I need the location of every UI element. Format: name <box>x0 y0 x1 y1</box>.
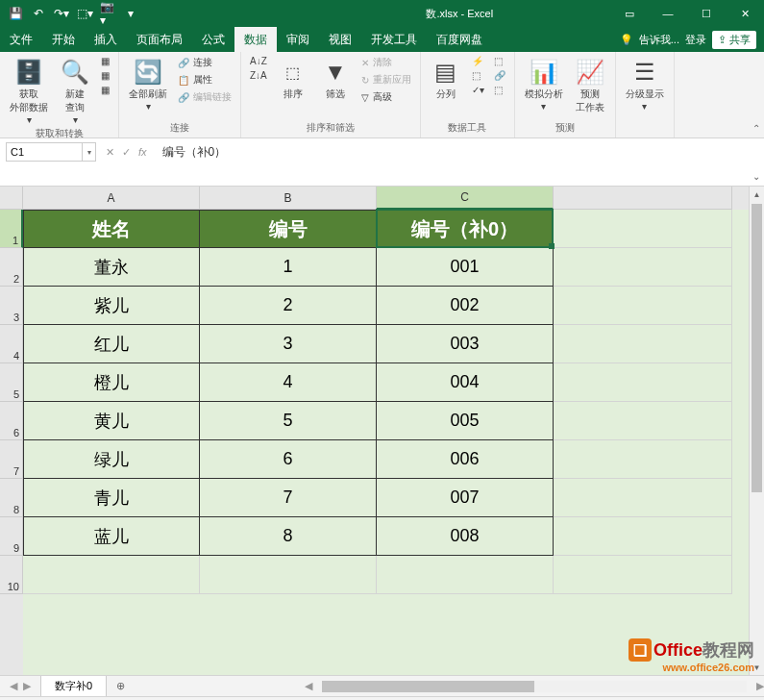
text-to-columns-button[interactable]: ▤ 分列 <box>427 55 465 103</box>
column-header-b[interactable]: B <box>200 187 377 210</box>
vscroll-thumb[interactable] <box>752 204 762 492</box>
empty-cell[interactable] <box>554 325 732 363</box>
data-cell[interactable]: 008 <box>377 517 554 556</box>
data-cell[interactable]: 8 <box>200 517 377 556</box>
clear-filter-button[interactable]: ✕清除 <box>358 55 414 70</box>
data-cell[interactable]: 橙儿 <box>23 363 200 402</box>
consolidate-button[interactable]: ⬚ <box>491 55 508 67</box>
qat-camera-icon[interactable]: 📷▾ <box>100 6 115 21</box>
what-if-button[interactable]: 📊 模拟分析▾ <box>521 55 567 113</box>
filter-button[interactable]: ▼ 筛选 <box>316 55 355 103</box>
data-cell[interactable]: 青儿 <box>23 479 200 517</box>
outline-button[interactable]: ☰ 分级显示▾ <box>622 55 668 113</box>
relationships-button[interactable]: 🔗 <box>491 69 508 82</box>
header-cell-a[interactable]: 姓名 <box>23 210 200 248</box>
empty-cell[interactable] <box>554 479 732 517</box>
cells-area[interactable]: 姓名 编号 编号（补0） 董永 1 001 紫儿 2 002 红儿 3 003 … <box>23 210 749 675</box>
data-cell[interactable]: 蓝儿 <box>23 517 200 556</box>
get-external-data-button[interactable]: 🗄️ 获取 外部数据▾ <box>6 55 52 127</box>
remove-dup-button[interactable]: ⬚ <box>469 69 487 82</box>
expand-formula-bar-button[interactable]: ⌄ <box>752 171 760 182</box>
enter-formula-button[interactable]: ✓ <box>122 146 131 159</box>
horizontal-scrollbar[interactable] <box>322 681 747 692</box>
sort-asc-button[interactable]: A↓Z <box>247 55 270 67</box>
ribbon-options-button[interactable]: ▭ <box>610 0 649 27</box>
menu-file[interactable]: 文件 <box>0 27 42 52</box>
row-header-3[interactable]: 3 <box>0 287 23 325</box>
close-button[interactable]: ✕ <box>726 0 764 27</box>
empty-cell[interactable] <box>200 556 377 594</box>
forecast-button[interactable]: 📈 预测 工作表 <box>571 55 609 116</box>
sort-button[interactable]: ⬚ 排序 <box>274 55 312 103</box>
tab-nav-next[interactable]: ▶ <box>23 680 31 692</box>
hscroll-thumb[interactable] <box>322 681 534 692</box>
fx-button[interactable]: fx <box>138 146 147 158</box>
row-header-7[interactable]: 7 <box>0 440 23 479</box>
maximize-button[interactable]: ☐ <box>687 0 726 27</box>
menu-view[interactable]: 视图 <box>319 27 361 52</box>
reapply-button[interactable]: ↻重新应用 <box>358 72 414 88</box>
select-all-button[interactable] <box>0 187 23 210</box>
advanced-filter-button[interactable]: ▽高级 <box>358 89 414 105</box>
header-cell-b[interactable]: 编号 <box>200 210 377 248</box>
formula-input[interactable] <box>157 142 764 162</box>
qat-customize-icon[interactable]: ▾ <box>123 6 138 21</box>
cancel-formula-button[interactable]: ✕ <box>106 146 114 159</box>
share-button[interactable]: ⇪ 共享 <box>712 31 756 49</box>
menu-formula[interactable]: 公式 <box>192 27 234 52</box>
data-validation-button[interactable]: ✓▾ <box>469 84 487 96</box>
data-cell[interactable]: 绿儿 <box>23 440 200 479</box>
empty-cell[interactable] <box>23 556 200 594</box>
qat-undo-icon[interactable]: ↶ <box>31 6 46 21</box>
menu-layout[interactable]: 页面布局 <box>127 27 192 52</box>
connections-button[interactable]: 🔗连接 <box>175 55 234 70</box>
add-sheet-button[interactable]: ⊕ <box>107 680 135 692</box>
new-query-button[interactable]: 🔍 新建 查询▾ <box>56 55 94 127</box>
empty-cell[interactable] <box>554 402 732 440</box>
data-cell[interactable]: 3 <box>200 325 377 363</box>
empty-cell[interactable] <box>554 210 732 248</box>
vertical-scrollbar[interactable]: ▲ ▼ <box>749 187 764 675</box>
hscroll-right-button[interactable]: ▶ <box>756 680 764 692</box>
data-cell[interactable]: 4 <box>200 363 377 402</box>
qat-touch-icon[interactable]: ⬚▾ <box>77 6 92 21</box>
recent-sources-button[interactable]: ▦ <box>98 84 112 96</box>
empty-cell[interactable] <box>554 363 732 402</box>
qat-redo-icon[interactable]: ↷▾ <box>54 6 69 21</box>
row-header-6[interactable]: 6 <box>0 402 23 440</box>
data-cell[interactable]: 红儿 <box>23 325 200 363</box>
empty-cell[interactable] <box>554 517 732 556</box>
row-header-4[interactable]: 4 <box>0 325 23 363</box>
minimize-button[interactable]: — <box>649 0 687 27</box>
empty-cell[interactable] <box>554 287 732 325</box>
data-cell[interactable]: 6 <box>200 440 377 479</box>
from-table-button[interactable]: ▦ <box>98 69 112 82</box>
data-cell[interactable]: 7 <box>200 479 377 517</box>
menu-insert[interactable]: 插入 <box>85 27 127 52</box>
row-header-1[interactable]: 1 <box>0 210 23 248</box>
data-cell[interactable]: 5 <box>200 402 377 440</box>
properties-button[interactable]: 📋属性 <box>175 72 234 88</box>
login-link[interactable]: 登录 <box>685 33 706 47</box>
data-cell[interactable]: 003 <box>377 325 554 363</box>
data-cell[interactable]: 007 <box>377 479 554 517</box>
empty-cell[interactable] <box>554 440 732 479</box>
data-cell[interactable]: 005 <box>377 402 554 440</box>
show-queries-button[interactable]: ▦ <box>98 55 112 67</box>
column-header-empty[interactable] <box>554 187 732 210</box>
data-cell[interactable]: 002 <box>377 287 554 325</box>
sheet-tab-active[interactable]: 数字补0 <box>40 676 107 696</box>
empty-cell[interactable] <box>554 556 732 594</box>
menu-home[interactable]: 开始 <box>42 27 85 52</box>
data-cell[interactable]: 董永 <box>23 248 200 287</box>
collapse-ribbon-button[interactable]: ⌃ <box>752 123 760 134</box>
data-cell[interactable]: 004 <box>377 363 554 402</box>
column-header-c[interactable]: C <box>377 187 554 210</box>
row-header-8[interactable]: 8 <box>0 479 23 517</box>
menu-data[interactable]: 数据 <box>234 27 277 52</box>
data-cell[interactable]: 1 <box>200 248 377 287</box>
menu-baidu[interactable]: 百度网盘 <box>427 27 492 52</box>
menu-dev[interactable]: 开发工具 <box>361 27 427 52</box>
row-header-5[interactable]: 5 <box>0 363 23 402</box>
scroll-up-button[interactable]: ▲ <box>750 187 764 202</box>
